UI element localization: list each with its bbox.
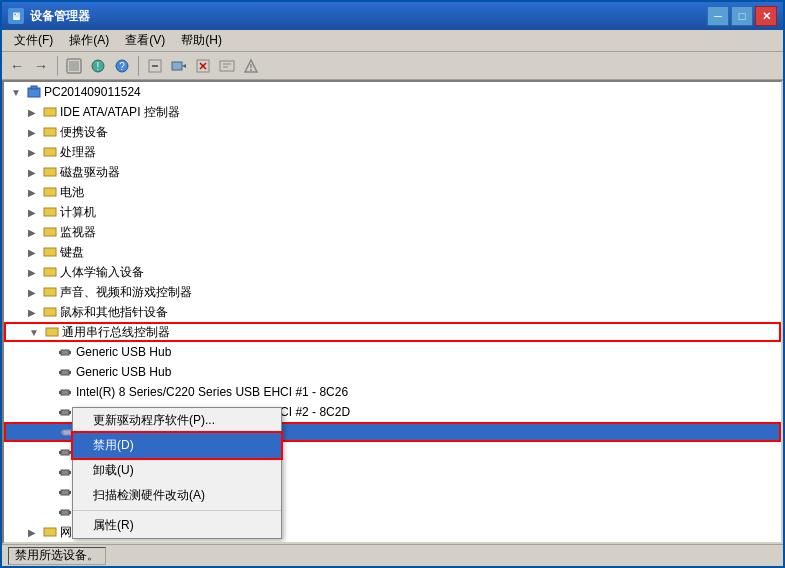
label-mouse: 鼠标和其他指针设备 <box>60 304 168 321</box>
expand-monitor[interactable]: ▶ <box>24 224 40 240</box>
label-ide: IDE ATA/ATAPI 控制器 <box>60 104 180 121</box>
label-ehci-1: Intel(R) 8 Series/C220 Series USB EHCI #… <box>76 385 348 399</box>
expand-computer[interactable]: ▶ <box>24 204 40 220</box>
tree-node-computer[interactable]: ▶ 计算机 <box>4 202 781 222</box>
tree-node-hid[interactable]: ▶ 人体学输入设备 <box>4 262 781 282</box>
expand-disk[interactable]: ▶ <box>24 164 40 180</box>
icon-network <box>42 524 58 540</box>
forward-button[interactable]: → <box>30 55 52 77</box>
label-battery: 电池 <box>60 184 84 201</box>
minimize-button[interactable]: ─ <box>707 6 729 26</box>
tree-node-usb-controller[interactable]: ▼ 通用串行总线控制器 <box>4 322 781 342</box>
content-area: ▼ PC201409011524 ▶ IDE ATA/ATAPI 控制器 ▶ <box>2 80 783 544</box>
svg-rect-52 <box>59 471 61 474</box>
tree-node-audio[interactable]: ▶ 声音、视频和游戏控制器 <box>4 282 781 302</box>
label-cpu: 处理器 <box>60 144 96 161</box>
label-audio: 声音、视频和游戏控制器 <box>60 284 192 301</box>
svg-rect-19 <box>31 86 37 89</box>
tree-node-portable[interactable]: ▶ 便携设备 <box>4 122 781 142</box>
toolbar-btn-6[interactable] <box>216 55 238 77</box>
expand-battery[interactable]: ▶ <box>24 184 40 200</box>
toolbar-btn-2[interactable]: ! <box>87 55 109 77</box>
tree-node-generic-hub-2[interactable]: Generic USB Hub <box>4 362 781 382</box>
icon-mouse <box>42 304 58 320</box>
svg-rect-40 <box>59 391 61 394</box>
expand-keyboard[interactable]: ▶ <box>24 244 40 260</box>
tree-node-disk[interactable]: ▶ 磁盘驱动器 <box>4 162 781 182</box>
label-monitor: 监视器 <box>60 224 96 241</box>
label-keyboard: 键盘 <box>60 244 84 261</box>
title-buttons: ─ □ ✕ <box>707 6 777 26</box>
svg-rect-55 <box>59 491 61 494</box>
expand-usb-controller[interactable]: ▼ <box>26 324 42 340</box>
toolbar-sep-1 <box>57 56 58 76</box>
context-menu-disable[interactable]: 禁用(D) <box>73 433 281 458</box>
toolbar-btn-7[interactable] <box>240 55 262 77</box>
tree-node-ehci-1[interactable]: Intel(R) 8 Series/C220 Series USB EHCI #… <box>4 382 781 402</box>
context-menu-properties[interactable]: 属性(R) <box>73 513 281 538</box>
tree-node-monitor[interactable]: ▶ 监视器 <box>4 222 781 242</box>
context-menu-update[interactable]: 更新驱动程序软件(P)... <box>73 408 281 433</box>
toolbar-btn-4[interactable] <box>168 55 190 77</box>
expand-network[interactable]: ▶ <box>24 524 40 540</box>
label-computer: 计算机 <box>60 204 96 221</box>
tree-root[interactable]: ▼ PC201409011524 <box>4 82 781 102</box>
svg-rect-44 <box>63 430 71 435</box>
toolbar-btn-help[interactable]: ? <box>111 55 133 77</box>
expand-cpu[interactable]: ▶ <box>24 144 40 160</box>
menu-help[interactable]: 帮助(H) <box>173 30 230 51</box>
icon-keyboard <box>42 244 58 260</box>
label-usb-controller: 通用串行总线控制器 <box>62 324 170 341</box>
expand-ehci-2 <box>40 404 56 420</box>
label-generic-hub-1: Generic USB Hub <box>76 345 171 359</box>
context-menu-scan[interactable]: 扫描检测硬件改动(A) <box>73 483 281 508</box>
tree-node-cpu[interactable]: ▶ 处理器 <box>4 142 781 162</box>
icon-ehci-1 <box>58 384 74 400</box>
tree-node-ide[interactable]: ▶ IDE ATA/ATAPI 控制器 <box>4 102 781 122</box>
svg-rect-43 <box>59 411 61 414</box>
svg-rect-50 <box>61 470 69 475</box>
svg-rect-25 <box>44 208 56 216</box>
icon-cpu <box>42 144 58 160</box>
window-icon: 🖥 <box>8 8 24 24</box>
svg-rect-59 <box>44 528 56 536</box>
tree-node-mouse[interactable]: ▶ 鼠标和其他指针设备 <box>4 302 781 322</box>
svg-rect-58 <box>59 511 61 514</box>
toolbar-btn-3[interactable] <box>144 55 166 77</box>
expand-hid[interactable]: ▶ <box>24 264 40 280</box>
svg-rect-35 <box>61 370 69 375</box>
tree-node-battery[interactable]: ▶ 电池 <box>4 182 781 202</box>
svg-rect-29 <box>44 288 56 296</box>
context-menu: 更新驱动程序软件(P)... 禁用(D) 卸载(U) 扫描检测硬件改动(A) 属… <box>72 407 282 539</box>
expand-root[interactable]: ▼ <box>8 84 24 100</box>
maximize-button[interactable]: □ <box>731 6 753 26</box>
device-manager-window: 🖥 设备管理器 ─ □ ✕ 文件(F) 操作(A) 查看(V) 帮助(H) ← … <box>0 0 785 568</box>
svg-rect-41 <box>61 410 69 415</box>
icon-generic-hub-1 <box>58 344 74 360</box>
svg-rect-34 <box>59 351 61 354</box>
expand-audio[interactable]: ▶ <box>24 284 40 300</box>
expand-portable[interactable]: ▶ <box>24 124 40 140</box>
expand-ide[interactable]: ▶ <box>24 104 40 120</box>
svg-rect-36 <box>69 371 71 374</box>
menu-view[interactable]: 查看(V) <box>117 30 173 51</box>
status-text: 禁用所选设备。 <box>8 547 106 565</box>
expand-mouse[interactable]: ▶ <box>24 304 40 320</box>
toolbar-btn-1[interactable] <box>63 55 85 77</box>
svg-point-17 <box>250 69 252 71</box>
tree-node-keyboard[interactable]: ▶ 键盘 <box>4 242 781 262</box>
context-menu-uninstall[interactable]: 卸载(U) <box>73 458 281 483</box>
svg-rect-56 <box>61 510 69 515</box>
icon-hid <box>42 264 58 280</box>
svg-rect-8 <box>172 62 182 70</box>
status-bar: 禁用所选设备。 <box>2 544 783 566</box>
close-button[interactable]: ✕ <box>755 6 777 26</box>
device-tree[interactable]: ▼ PC201409011524 ▶ IDE ATA/ATAPI 控制器 ▶ <box>2 80 783 544</box>
toolbar-btn-5[interactable] <box>192 55 214 77</box>
menu-file[interactable]: 文件(F) <box>6 30 61 51</box>
tree-node-generic-hub-1[interactable]: Generic USB Hub <box>4 342 781 362</box>
svg-rect-47 <box>61 450 69 455</box>
svg-rect-30 <box>44 308 56 316</box>
back-button[interactable]: ← <box>6 55 28 77</box>
menu-action[interactable]: 操作(A) <box>61 30 117 51</box>
